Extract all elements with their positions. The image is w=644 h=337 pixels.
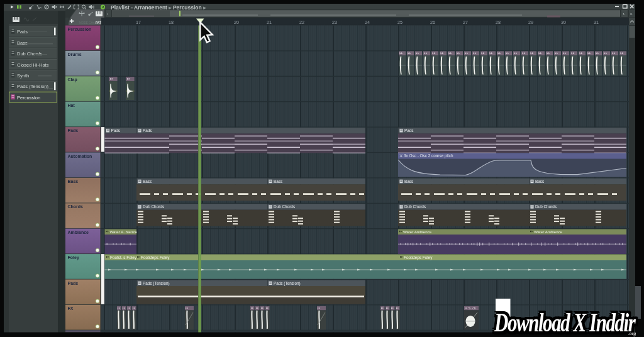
svg-text:26: 26 [430,19,435,25]
svg-text:Dub Chords: Dub Chords [143,204,164,209]
svg-text:Bass: Bass [404,179,413,184]
svg-text:Pads: Pads [17,29,28,35]
svg-text:Bass: Bass [68,179,79,184]
svg-text:30: 30 [561,19,566,25]
svg-text:Footsteps Foley: Footsteps Foley [404,255,433,260]
svg-text:17: 17 [136,19,141,25]
svg-text:18: 18 [169,19,174,25]
svg-text:Pads: Pads [404,128,414,133]
svg-text:Dub Chords: Dub Chords [17,51,42,57]
svg-text:Hat: Hat [68,103,75,108]
svg-text:FX: FX [68,306,74,311]
svg-text:Footst..s Foley: Footst..s Foley [110,255,137,260]
svg-text:Pads (Tension): Pads (Tension) [17,84,49,89]
svg-text:Chords: Chords [68,204,84,209]
svg-text:Footsteps Foley: Footsteps Foley [141,255,170,260]
svg-text:25: 25 [397,19,402,25]
svg-text:PAT: PAT [96,21,101,25]
svg-text:Bass: Bass [17,40,28,46]
svg-text:20: 20 [234,19,239,25]
svg-text:21: 21 [267,19,272,25]
svg-text:22: 22 [299,19,304,25]
svg-text:Automation: Automation [68,154,92,158]
svg-text:23: 23 [332,19,337,25]
svg-text:Pads: Pads [68,281,79,285]
svg-text:Pads (Tension): Pads (Tension) [143,281,170,286]
svg-text:3x Osc - Osc 2 coarse pitch: 3x Osc - Osc 2 coarse pitch [404,153,453,158]
svg-text:Foley: Foley [68,255,79,260]
svg-text:29: 29 [528,19,533,25]
svg-text:27: 27 [463,19,468,25]
svg-text:Dub Chords: Dub Chords [274,204,295,209]
svg-text:Pads: Pads [143,128,152,133]
svg-text:Percussion: Percussion [17,95,40,101]
svg-text:Clap: Clap [68,77,77,82]
svg-text:Bass: Bass [535,179,544,184]
svg-text:Bass: Bass [274,179,282,184]
svg-text:Water Ambience: Water Ambience [534,229,563,234]
svg-text:Pads: Pads [68,128,79,133]
svg-text:31: 31 [594,19,599,25]
svg-text:Water A..bience: Water A..bience [110,229,138,234]
svg-text:Drums: Drums [68,52,82,57]
svg-text:Pads (Tension): Pads (Tension) [274,281,301,286]
svg-text:Percussion: Percussion [68,27,92,31]
svg-text:Synth: Synth [17,73,29,79]
svg-text:Water Ambience: Water Ambience [403,229,432,234]
svg-text:Ambiance: Ambiance [68,230,89,235]
svg-text:Closed Hi-Hats: Closed Hi-Hats [17,62,49,68]
svg-text:S..ck: S..ck [469,306,476,310]
svg-text:Pads: Pads [111,128,121,133]
svg-text:Dub Chords: Dub Chords [535,204,557,209]
svg-text:28: 28 [496,19,501,25]
svg-text:24: 24 [365,19,370,25]
svg-text:Bass: Bass [143,179,152,184]
svg-text:Dub Chords: Dub Chords [404,204,426,209]
